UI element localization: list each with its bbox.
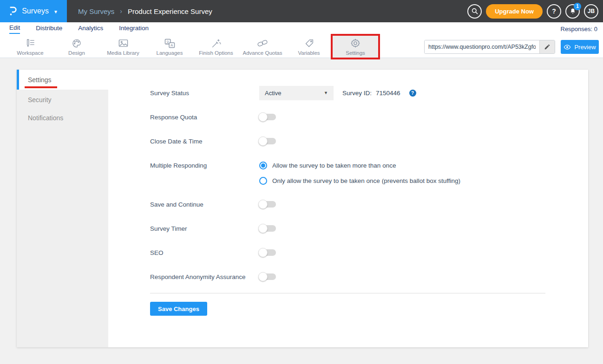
preview-button-label: Preview (574, 44, 596, 51)
multiple-responding-row: Multiple Responding Allow the survey to … (150, 153, 545, 192)
questionpro-logo-icon (9, 6, 17, 16)
sidebar-item-notifications[interactable]: Notifications (17, 109, 108, 127)
toolbar-item-finish-options[interactable]: Finish Options (193, 35, 239, 58)
toolbar-item-languages[interactable]: 文 A Languages (146, 35, 193, 58)
seo-toggle[interactable] (259, 249, 276, 256)
radio-option-label: Allow the survey to be taken more than o… (272, 162, 396, 169)
close-date-time-row: Close Date & Time (150, 129, 545, 153)
app-menu[interactable]: Surveys ▼ (0, 0, 67, 22)
workspace-icon (25, 39, 35, 48)
survey-timer-toggle[interactable] (259, 225, 276, 232)
radio-button-icon (259, 177, 267, 185)
seo-row: SEO (150, 240, 545, 265)
toolbar-item-label: Finish Options (199, 50, 233, 56)
help-button[interactable]: ? (547, 4, 561, 19)
sidebar-item-label: Settings (28, 76, 52, 84)
survey-status-row: Survey Status Active ▼ Survey ID: 715044… (150, 81, 545, 105)
toolbar-item-settings[interactable]: Settings (332, 35, 379, 58)
avatar-initials: JB (588, 8, 595, 14)
save-and-continue-label: Save and Continue (150, 201, 259, 208)
pencil-icon (544, 44, 551, 50)
tab-integration[interactable]: Integration (119, 25, 149, 33)
avatar[interactable]: JB (584, 4, 598, 19)
survey-timer-row: Survey Timer (150, 216, 545, 240)
sidebar-item-security[interactable]: Security (17, 91, 108, 109)
toggle-knob (258, 112, 268, 122)
respondent-anonymity-toggle[interactable] (259, 273, 276, 280)
toolbar-item-variables[interactable]: Variables (286, 35, 332, 58)
survey-id-value: 7150446 (376, 90, 400, 97)
survey-url-input[interactable] (425, 40, 539, 53)
toggle-knob (258, 248, 268, 257)
search-button[interactable] (467, 4, 482, 19)
content-divider (150, 293, 545, 293)
toolbar-item-label: Languages (157, 50, 183, 56)
save-changes-button[interactable]: Save Changes (150, 302, 207, 316)
responses-count: Responses: 0 (561, 26, 598, 32)
toolbar-item-label: Variables (298, 50, 320, 56)
survey-url-group (424, 40, 555, 54)
survey-id-help-icon[interactable]: ? (409, 90, 416, 97)
radio-option-label: Only allow the survey to be taken once (… (272, 177, 460, 184)
radio-option-allow-once[interactable]: Only allow the survey to be taken once (… (259, 173, 460, 188)
close-date-time-label: Close Date & Time (150, 138, 259, 145)
multiple-responding-label: Multiple Responding (150, 158, 259, 173)
upgrade-now-button[interactable]: Upgrade Now (486, 4, 543, 19)
toolbar-item-advance-quotas[interactable]: Advance Quotas (239, 35, 286, 58)
breadcrumb-parent[interactable]: My Surveys (78, 7, 114, 15)
breadcrumb-current: Product Experience Survey (128, 7, 212, 15)
response-quota-row: Response Quota (150, 105, 545, 129)
toolbar-item-media-library[interactable]: Media Library (100, 35, 146, 58)
radio-option-allow-multiple[interactable]: Allow the survey to be taken more than o… (259, 158, 460, 173)
languages-translate-icon: 文 A (164, 39, 175, 48)
settings-content: Survey Status Active ▼ Survey ID: 715044… (108, 70, 588, 347)
sidebar-item-settings[interactable]: Settings (17, 70, 108, 90)
breadcrumb-separator-icon: › (120, 7, 122, 15)
notification-badge: 1 (574, 3, 581, 10)
edit-url-button[interactable] (539, 40, 555, 53)
sidebar-item-label: Notifications (28, 114, 63, 122)
question-mark-icon: ? (552, 7, 556, 15)
toggle-knob (258, 224, 268, 233)
notifications-button[interactable]: 1 (565, 4, 580, 19)
design-palette-icon (72, 39, 82, 48)
toggle-knob (258, 272, 268, 281)
response-quota-toggle[interactable] (259, 114, 276, 120)
chevron-down-icon: ▼ (324, 91, 328, 95)
media-library-icon (118, 39, 129, 48)
seo-label: SEO (150, 249, 259, 256)
survey-id-label: Survey ID: (342, 90, 372, 97)
chevron-down-icon: ▼ (53, 9, 58, 14)
toggle-knob (258, 136, 268, 146)
eye-icon (564, 44, 571, 50)
svg-text:A: A (170, 43, 173, 47)
toolbar-item-label: Design (68, 50, 85, 56)
preview-button[interactable]: Preview (561, 40, 599, 54)
toggle-knob (258, 200, 268, 209)
toolbar-item-label: Workspace (17, 50, 43, 56)
settings-gear-icon (350, 38, 360, 48)
respondent-anonymity-row: Respondent Anonymity Assurance (150, 265, 545, 289)
survey-status-dropdown[interactable]: Active ▼ (259, 86, 334, 100)
settings-sidebar: Settings Security Notifications (17, 70, 108, 347)
tab-distribute[interactable]: Distribute (36, 25, 62, 33)
search-icon (471, 7, 478, 15)
settings-panel: Settings Security Notifications Survey S… (17, 70, 588, 347)
save-and-continue-row: Save and Continue (150, 192, 545, 216)
radio-button-icon (259, 162, 267, 169)
finish-options-wand-icon (211, 39, 221, 48)
toolbar-item-label: Settings (346, 50, 365, 56)
tab-edit[interactable]: Edit (9, 24, 20, 34)
toolbar-item-design[interactable]: Design (53, 35, 100, 58)
survey-status-label: Survey Status (150, 90, 259, 97)
survey-timer-label: Survey Timer (150, 225, 259, 232)
survey-nav: Edit Distribute Analytics Integration Re… (0, 22, 603, 35)
tab-analytics[interactable]: Analytics (78, 25, 103, 33)
save-and-continue-toggle[interactable] (259, 201, 276, 208)
toolbar-item-workspace[interactable]: Workspace (7, 35, 53, 58)
active-item-red-underline (25, 86, 57, 88)
respondent-anonymity-label: Respondent Anonymity Assurance (150, 273, 259, 280)
close-date-time-toggle[interactable] (259, 138, 276, 144)
sidebar-background: Security Notifications (17, 90, 108, 347)
toolbar-item-label: Advance Quotas (243, 50, 282, 56)
